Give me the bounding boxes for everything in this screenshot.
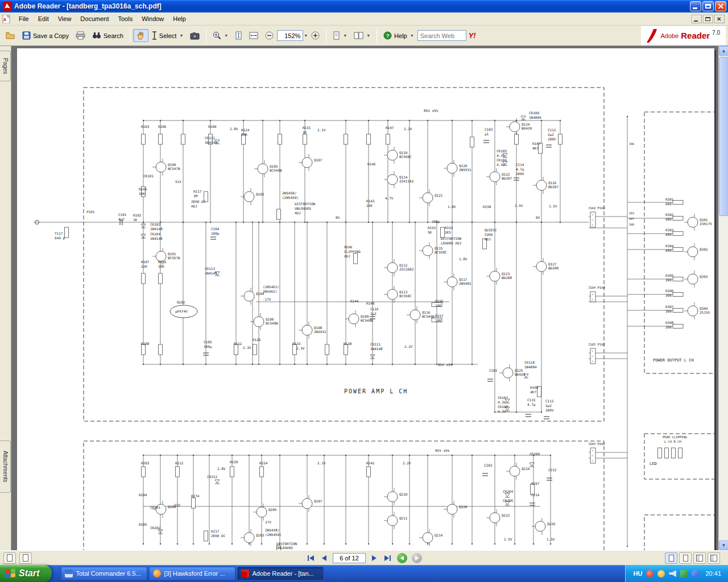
- taskbar-item-adobe-reader[interactable]: Adobe Reader - [tan...: [237, 567, 324, 580]
- page-layout-button[interactable]: ▼: [350, 29, 374, 42]
- scroll-thumb[interactable]: [719, 57, 728, 216]
- page-layout-caret[interactable]: ▼: [366, 34, 370, 38]
- attachments-tab[interactable]: Attachments: [0, 440, 11, 493]
- svg-text:Q103: Q103: [256, 192, 264, 196]
- svg-text:›: ›: [592, 349, 594, 354]
- svg-text:390: 390: [665, 325, 672, 329]
- page-indicator[interactable]: 6 of 12: [333, 553, 366, 563]
- svg-text:LED: LED: [650, 462, 657, 466]
- fit-page-button[interactable]: [231, 29, 246, 42]
- menu-edit[interactable]: Edit: [34, 13, 53, 24]
- svg-text:1N4148: 1N4148: [150, 236, 163, 240]
- svg-text:Q100: Q100: [168, 163, 176, 167]
- fit-page-icon: [235, 31, 242, 40]
- zoom-tool-caret[interactable]: ▼: [224, 34, 228, 38]
- adobe-reader-app-icon[interactable]: [3, 2, 12, 11]
- menu-tools[interactable]: Tools: [114, 13, 138, 24]
- vertical-scrollbar[interactable]: ▲ ▼: [718, 46, 728, 550]
- svg-text:C116: C116: [370, 307, 379, 311]
- document-status-icon[interactable]: [19, 552, 32, 564]
- doc-close-button[interactable]: ✕: [714, 15, 725, 23]
- taskbar-item-hawksford[interactable]: [3] Hawksford Error ...: [149, 567, 235, 580]
- menu-view[interactable]: View: [53, 13, 76, 24]
- zoom-out-button[interactable]: [262, 29, 277, 42]
- yahoo-logo[interactable]: Y!: [469, 31, 476, 40]
- doc-minimize-button[interactable]: [692, 15, 702, 23]
- hand-tool-button[interactable]: [133, 29, 148, 42]
- print-button[interactable]: [72, 29, 89, 42]
- previous-view-button[interactable]: ▼: [329, 29, 350, 42]
- menu-file[interactable]: File: [14, 13, 34, 24]
- svg-text:Q105: Q105: [270, 164, 278, 168]
- continuous-view-button[interactable]: [679, 552, 692, 564]
- select-tool-button[interactable]: Select ▼: [148, 29, 187, 42]
- floppy-disk-icon: [22, 31, 31, 40]
- open-button[interactable]: [2, 29, 19, 42]
- next-view-nav-button[interactable]: [412, 553, 422, 563]
- help-button[interactable]: ? Help ▼: [380, 29, 417, 42]
- menu-document[interactable]: Document: [76, 13, 113, 24]
- keyboard-layout-indicator[interactable]: HU: [634, 570, 643, 577]
- search-button[interactable]: Search: [89, 29, 127, 42]
- svg-text:R146: R146: [367, 162, 376, 166]
- restore-button[interactable]: [702, 1, 714, 11]
- next-page-icon: [372, 555, 377, 561]
- continuous-icon: [683, 555, 688, 562]
- zoom-level-combobox[interactable]: 152%: [277, 30, 303, 41]
- svg-text:Q107: Q107: [314, 158, 322, 162]
- zoom-level-caret[interactable]: ▼: [304, 34, 308, 38]
- tray-antivirus-icon[interactable]: [646, 570, 653, 577]
- minimize-button[interactable]: [690, 1, 701, 11]
- svg-text:2.1V: 2.1V: [317, 128, 326, 132]
- facing-view-button[interactable]: [708, 552, 720, 564]
- svg-text:1N4004: 1N4004: [524, 365, 537, 369]
- previous-view-caret[interactable]: ▼: [343, 34, 347, 38]
- svg-text:1.8V: 1.8V: [448, 205, 456, 209]
- scroll-down-button[interactable]: ▼: [719, 541, 728, 550]
- pages-tab-label: Pages: [2, 58, 9, 74]
- page-thumbnail-toggle-button[interactable]: [3, 552, 16, 564]
- svg-text:2µ2: 2µ2: [370, 311, 377, 316]
- menu-window[interactable]: Window: [137, 13, 168, 24]
- pdf-document-icon[interactable]: A: [2, 15, 11, 23]
- svg-text:303: 303: [629, 211, 634, 215]
- restore-icon: [705, 4, 711, 9]
- first-page-button[interactable]: [306, 554, 316, 563]
- zoom-tool-button[interactable]: ▼: [209, 29, 231, 42]
- pages-tab[interactable]: Pages: [0, 51, 11, 81]
- taskbar-item-total-commander[interactable]: Total Commander 6.5...: [61, 567, 147, 580]
- tray-volume-icon[interactable]: [669, 570, 676, 577]
- start-button[interactable]: Start: [0, 565, 52, 582]
- continuous-facing-view-button[interactable]: [693, 552, 706, 564]
- tray-network-icon[interactable]: [680, 570, 688, 577]
- zoom-in-button[interactable]: [308, 29, 323, 42]
- previous-page-button[interactable]: [320, 554, 328, 563]
- last-page-button[interactable]: [383, 554, 392, 563]
- help-caret[interactable]: ▼: [410, 34, 414, 38]
- svg-text:UNLOADED: UNLOADED: [276, 546, 293, 550]
- next-page-button[interactable]: [370, 554, 378, 563]
- page-view-icon: [333, 31, 340, 40]
- tray-update-icon[interactable]: [657, 570, 665, 577]
- svg-text:2SA1142: 2SA1142: [399, 179, 414, 183]
- save-a-copy-button[interactable]: Save a Copy: [19, 29, 72, 42]
- scroll-up-button[interactable]: ▲: [719, 46, 728, 56]
- doc-restore-button[interactable]: [703, 15, 713, 23]
- svg-text:390: 390: [665, 309, 672, 313]
- svg-text:Q304: Q304: [700, 306, 708, 310]
- svg-text:2N5458/: 2N5458/: [265, 528, 280, 532]
- svg-text:R147: R147: [386, 126, 394, 130]
- search-web-input[interactable]: [417, 30, 466, 41]
- close-button[interactable]: [715, 1, 726, 11]
- fit-width-button[interactable]: [246, 29, 262, 42]
- menu-help[interactable]: Help: [168, 13, 191, 24]
- svg-text:R107: R107: [141, 260, 150, 264]
- pdf-page[interactable]: Q100BC547BQ105BC549BQ107Q103Q119BC560CQ1…: [17, 48, 714, 550]
- help-icon: ?: [383, 31, 392, 40]
- previous-view-nav-button[interactable]: [397, 553, 407, 563]
- snapshot-tool-button[interactable]: [187, 30, 203, 42]
- svg-text:C114: C114: [516, 163, 524, 167]
- tray-messenger-icon[interactable]: [692, 570, 699, 577]
- select-dropdown-caret[interactable]: ▼: [179, 34, 183, 38]
- single-page-view-button[interactable]: [665, 552, 677, 564]
